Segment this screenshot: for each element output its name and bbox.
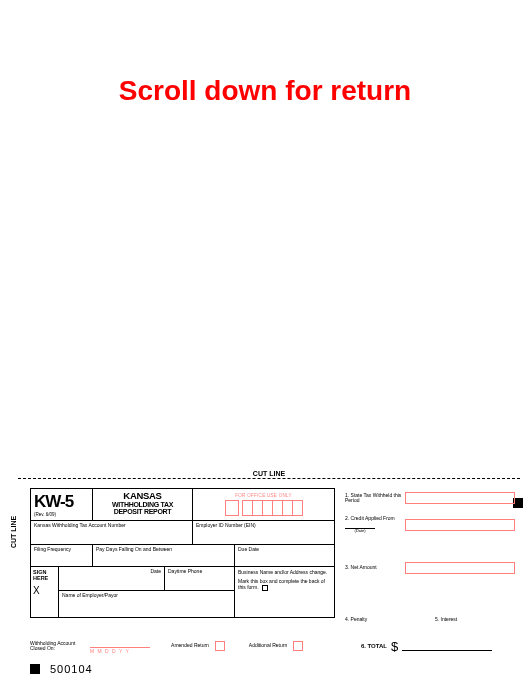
line-2-input[interactable] xyxy=(405,519,515,531)
ein-field[interactable]: Employer ID Number (EIN) xyxy=(193,521,334,544)
amended-return-label: Amended Return xyxy=(165,643,215,648)
barcode-row: 500104 xyxy=(30,663,93,675)
account-number-label: Kansas Withholding Tax Account Number xyxy=(34,522,126,528)
sign-middle: Date Daytime Phone Name of Employer/Payo… xyxy=(59,567,235,617)
state-name: KANSAS xyxy=(93,491,192,501)
total-label: 6. TOTAL xyxy=(341,643,391,649)
address-change-text2: Mark this box and complete the back of t… xyxy=(238,578,325,590)
cut-line-horizontal: CUT LINE xyxy=(18,478,520,479)
pay-days-field[interactable]: Pay Days Falling On and Between xyxy=(93,545,235,566)
title-line-2: DEPOSIT REPORT xyxy=(93,508,192,515)
due-date-field[interactable]: Due Date xyxy=(235,545,334,566)
line-2-label-text: 2. Credit Applied From xyxy=(345,515,395,521)
address-change-cell: Business Name and/or Address change. Mar… xyxy=(235,567,334,617)
sign-here-label: SIGN HERE xyxy=(33,569,56,581)
form-code-cell: KW-5 (Rev. 6/09) xyxy=(31,489,93,520)
line-1-label: 1. State Tax Withheld this Period xyxy=(345,493,405,504)
address-change-checkbox[interactable] xyxy=(262,585,268,591)
line-2-label: 2. Credit Applied From (Date) xyxy=(345,516,405,533)
form-code: KW-5 xyxy=(34,492,89,512)
line-2-row: 2. Credit Applied From (Date) xyxy=(345,516,515,550)
ein-label: Employer ID Number (EIN) xyxy=(196,522,256,528)
account-number-field[interactable]: Kansas Withholding Tax Account Number xyxy=(31,521,193,544)
cut-line-label: CUT LINE xyxy=(247,470,291,477)
phone-field[interactable]: Daytime Phone xyxy=(164,567,234,590)
employer-name-field[interactable]: Name of Employer/Payor xyxy=(59,591,234,617)
filing-frequency-label: Filing Frequency xyxy=(34,546,71,552)
sign-here-cell[interactable]: SIGN HERE X xyxy=(31,567,59,617)
additional-return-checkbox[interactable] xyxy=(293,641,303,651)
date-label: Date xyxy=(150,568,161,574)
account-closed-label: Withholding Account Closed On: xyxy=(30,641,90,652)
penalty-interest-row: 4. Penalty 5. Interest xyxy=(345,616,515,622)
date-field[interactable]: Date xyxy=(59,567,164,590)
line-5-label: 5. Interest xyxy=(435,616,457,622)
line-3-row: 3. Net Amount xyxy=(345,558,515,578)
form-revision: (Rev. 6/09) xyxy=(34,512,89,517)
scroll-down-message: Scroll down for return xyxy=(0,75,530,107)
phone-label: Daytime Phone xyxy=(168,568,202,574)
line-1-input[interactable] xyxy=(405,492,515,504)
amended-return-checkbox[interactable] xyxy=(215,641,225,651)
bottom-strip: Withholding Account Closed On: M M D D Y… xyxy=(30,636,520,656)
due-date-label: Due Date xyxy=(238,546,259,552)
office-box[interactable] xyxy=(225,500,239,516)
additional-return-label: Additional Return xyxy=(243,643,293,648)
header-row: KW-5 (Rev. 6/09) KANSAS WITHHOLDING TAX … xyxy=(31,489,334,521)
filing-row: Filing Frequency Pay Days Falling On and… xyxy=(31,545,334,567)
cut-line-dash xyxy=(18,478,520,479)
employer-name-label: Name of Employer/Payor xyxy=(62,592,118,598)
page: Scroll down for return CUT LINE CUT LINE… xyxy=(0,0,530,692)
line-1-row: 1. State Tax Withheld this Period xyxy=(345,488,515,508)
line-3-input[interactable] xyxy=(405,562,515,574)
office-use-boxes xyxy=(225,500,303,516)
main-form-box: KW-5 (Rev. 6/09) KANSAS WITHHOLDING TAX … xyxy=(30,488,335,618)
address-change-text1: Business Name and/or Address change. xyxy=(238,569,331,575)
office-box[interactable] xyxy=(292,500,303,516)
dollar-sign: $ xyxy=(391,639,398,654)
title-line-1: WITHHOLDING TAX xyxy=(93,501,192,508)
form-barcode-number: 500104 xyxy=(50,663,93,675)
pay-days-label: Pay Days Falling On and Between xyxy=(96,546,172,552)
filing-frequency-field[interactable]: Filing Frequency xyxy=(31,545,93,566)
line-4-label: 4. Penalty xyxy=(345,616,435,622)
line-2-date-label: (Date) xyxy=(345,528,375,533)
amounts-column: 1. State Tax Withheld this Period 2. Cre… xyxy=(345,488,515,586)
sign-x: X xyxy=(33,585,56,596)
form-area: CUT LINE KW-5 (Rev. 6/09) KANSAS WITHHOL… xyxy=(30,488,520,683)
date-phone-row: Date Daytime Phone xyxy=(59,567,234,591)
account-row: Kansas Withholding Tax Account Number Em… xyxy=(31,521,334,545)
closed-date-format[interactable]: M M D D Y Y xyxy=(90,647,150,654)
cut-line-vertical-label: CUT LINE xyxy=(10,516,17,548)
alignment-mark-bottom xyxy=(30,664,40,674)
form-title-cell: KANSAS WITHHOLDING TAX DEPOSIT REPORT xyxy=(93,489,193,520)
office-use-label: FOR OFFICE USE ONLY xyxy=(235,493,292,498)
total-input[interactable] xyxy=(402,641,492,651)
sign-row: SIGN HERE X Date Daytime Phone Name of E… xyxy=(31,567,334,617)
line-3-label: 3. Net Amount xyxy=(345,565,405,571)
office-use-cell: FOR OFFICE USE ONLY xyxy=(193,489,334,520)
